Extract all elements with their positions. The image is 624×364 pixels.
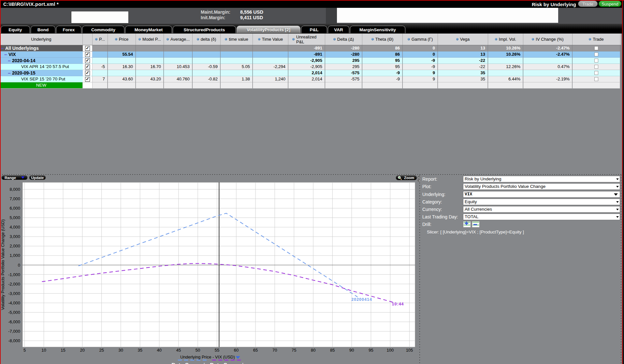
trade-checkbox[interactable] bbox=[594, 65, 598, 69]
tab-marginsensitivity[interactable]: MarginSensitivity bbox=[350, 26, 405, 33]
update-button[interactable]: Update bbox=[29, 175, 46, 180]
column-header-6[interactable]: delta (δ) bbox=[193, 34, 221, 45]
window-border-right bbox=[622, 0, 623, 364]
dropdown-report[interactable]: Risk by Underlying bbox=[463, 176, 620, 182]
column-header-7[interactable]: time value bbox=[221, 34, 253, 45]
cell-vega: 35 bbox=[438, 76, 488, 82]
collapse-right-icon[interactable] bbox=[417, 179, 420, 182]
drill-up-button[interactable] bbox=[472, 221, 480, 228]
column-header-10[interactable]: Delta (Δ) bbox=[325, 34, 362, 45]
drill-up-icon bbox=[472, 221, 480, 228]
cell-timevalue-small: 1.38 bbox=[221, 76, 253, 82]
y-tick-label: -4,000 bbox=[8, 301, 20, 305]
panel-field: Plot:Volatility Products Portfolio Value… bbox=[421, 183, 621, 190]
column-header-11[interactable]: Theta (Θ) bbox=[362, 34, 403, 45]
collapse-icon[interactable]: − bbox=[4, 52, 8, 57]
column-header-15[interactable]: IV Change (%) bbox=[523, 34, 573, 45]
table-row[interactable]: −2020-09-15 ✓ 2,014 -575 -9 9 35 bbox=[0, 70, 621, 76]
vertical-splitter[interactable] bbox=[419, 175, 420, 364]
column-header-8[interactable]: Time Value bbox=[253, 34, 288, 45]
cell-gamma: 0 bbox=[403, 45, 438, 51]
column-header-3[interactable]: Price bbox=[108, 34, 136, 45]
sort-dot-icon bbox=[225, 38, 227, 40]
cell-modelprice bbox=[136, 70, 164, 76]
dropdown-underlying[interactable]: VIX bbox=[463, 191, 620, 198]
column-header-5[interactable]: Average... bbox=[164, 34, 193, 45]
column-header-16[interactable]: Trade bbox=[573, 34, 620, 45]
tab-structuredproducts[interactable]: StructuredProducts bbox=[173, 26, 236, 33]
dropdown-plot[interactable]: Volatility Products Portfolio Value Chan… bbox=[463, 183, 620, 190]
drill-down-button[interactable] bbox=[463, 221, 471, 228]
row-checkbox[interactable]: ✓ bbox=[85, 52, 90, 57]
cell-delta bbox=[325, 82, 362, 89]
trade-checkbox[interactable] bbox=[594, 46, 598, 50]
collapse-icon[interactable]: − bbox=[1, 46, 5, 51]
column-header-9[interactable]: Unrealized P&L bbox=[288, 34, 325, 45]
trade-checkbox[interactable] bbox=[594, 59, 598, 63]
column-header-2[interactable]: P... bbox=[93, 34, 108, 45]
sort-dot-icon bbox=[197, 38, 199, 40]
cell-pos: -5 bbox=[93, 64, 108, 70]
tab-var[interactable]: VAR bbox=[328, 26, 349, 33]
zoom-button[interactable]: Zoom bbox=[396, 175, 417, 180]
row-label: −All Underlyings bbox=[0, 45, 84, 51]
table-row[interactable]: VIX APR 14 '20 57.5 Put ✓ -5 16.30 16.70… bbox=[0, 64, 621, 70]
panel-field: Last Trading Day:TOTAL bbox=[421, 214, 621, 220]
table-row[interactable]: NEW bbox=[0, 82, 621, 89]
sort-dot-icon bbox=[258, 38, 260, 40]
column-header-13[interactable]: Vega bbox=[438, 34, 488, 45]
row-checkbox[interactable]: ✓ bbox=[85, 58, 90, 63]
cell-timevalue-small bbox=[221, 70, 253, 76]
row-checkbox[interactable]: ✓ bbox=[85, 46, 90, 51]
sort-dot-icon bbox=[371, 38, 374, 40]
report-title: Risk by Underlying bbox=[532, 2, 576, 7]
column-header-12[interactable]: Gamma (Γ) bbox=[403, 34, 438, 45]
collapse-icon[interactable]: − bbox=[8, 70, 12, 76]
cell-average bbox=[164, 58, 192, 64]
tab-pandl[interactable]: P&L bbox=[301, 26, 327, 33]
x-axis-dropdown-icon[interactable] bbox=[236, 356, 240, 359]
row-checkbox[interactable]: ✓ bbox=[85, 64, 90, 69]
y-tick-label: -1,000 bbox=[8, 272, 20, 277]
checkbox-cell: ✓ bbox=[83, 51, 93, 58]
cell-timevalue-small bbox=[221, 58, 253, 64]
dropdown-category[interactable]: Equity bbox=[463, 199, 620, 205]
dropdown-currency[interactable]: All Currencies bbox=[463, 206, 620, 213]
x-tick-label: 75 bbox=[292, 348, 296, 353]
cell-pos bbox=[93, 82, 108, 89]
cell-delta-small bbox=[193, 51, 220, 58]
column-header-0[interactable]: Underlying bbox=[0, 34, 83, 45]
row-checkbox[interactable]: ✓ bbox=[85, 77, 90, 82]
tab-commodity[interactable]: Commodity bbox=[82, 26, 124, 33]
dropdown-last-trading-day[interactable]: TOTAL bbox=[463, 214, 620, 220]
tab-volatilityproducts-2[interactable]: VolatilityProducts [2] bbox=[237, 26, 300, 33]
y-tick-label: 2,000 bbox=[9, 244, 20, 248]
table-row[interactable]: −2020-04-14 ✓ -2,905 295 95 -9 -22 bbox=[0, 58, 621, 64]
range-button[interactable]: Range bbox=[1, 175, 28, 180]
table-row[interactable]: −VIX ✓ 55.54 -891 -280 86 0 13 10.26% -2… bbox=[0, 51, 621, 58]
suspend-button[interactable]: Suspend bbox=[599, 1, 621, 7]
trade-checkbox[interactable] bbox=[594, 71, 598, 75]
row-checkbox[interactable]: ✓ bbox=[85, 71, 90, 76]
trade-checkbox[interactable] bbox=[594, 52, 598, 56]
tab-equity[interactable]: Equity bbox=[1, 26, 30, 33]
collapse-icon[interactable]: − bbox=[8, 58, 12, 63]
cell-price: 55.54 bbox=[108, 51, 136, 58]
column-header-1[interactable] bbox=[83, 34, 93, 45]
collapse-left-icon[interactable] bbox=[417, 176, 420, 179]
table-row[interactable]: −All Underlyings ✓ -891 -280 86 0 13 10.… bbox=[0, 45, 621, 51]
row-label: NEW bbox=[0, 82, 83, 89]
positions-table: Underlying P... Price Model P... Average… bbox=[0, 34, 621, 89]
cell-timevalue bbox=[253, 70, 288, 76]
vertical-splitter-right[interactable] bbox=[621, 175, 621, 364]
tab-forex[interactable]: Forex bbox=[56, 26, 81, 33]
column-header-14[interactable]: Impl. Vol. bbox=[488, 34, 523, 45]
tab-bond[interactable]: Bond bbox=[31, 26, 55, 33]
table-row[interactable]: VIX SEP 15 '20 70 Put ✓ 7 43.60 43.20 40… bbox=[0, 76, 621, 82]
window-border-top bbox=[0, 0, 624, 1]
trade-checkbox[interactable] bbox=[594, 77, 598, 81]
column-header-4[interactable]: Model P... bbox=[136, 34, 164, 45]
trade-button[interactable]: Trade bbox=[578, 1, 598, 7]
cell-implvol bbox=[488, 70, 523, 76]
tab-moneymarket[interactable]: MoneyMarket bbox=[125, 26, 172, 33]
